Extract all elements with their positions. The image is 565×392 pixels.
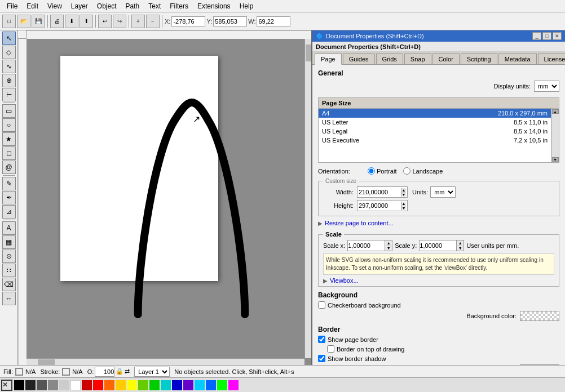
w-input[interactable]: [257, 16, 290, 26]
color-orange[interactable]: [104, 380, 114, 390]
opacity-input[interactable]: [95, 367, 114, 377]
menu-file[interactable]: File: [2, 1, 22, 11]
menu-edit[interactable]: Edit: [22, 1, 43, 11]
color-white[interactable]: [70, 380, 81, 390]
tab-color[interactable]: Color: [432, 54, 460, 64]
print-button[interactable]: 🖨: [50, 15, 64, 28]
color-darkred[interactable]: [82, 380, 92, 390]
zoom-out-button[interactable]: −: [146, 15, 160, 28]
scale-y-down[interactable]: ▼: [456, 246, 464, 251]
dp-close-button[interactable]: ✕: [553, 32, 562, 40]
orientation-portrait[interactable]: Portrait: [368, 167, 396, 175]
tool-gradient[interactable]: ▦: [2, 235, 16, 249]
color-lightgray[interactable]: [59, 380, 69, 390]
page-size-uslegal[interactable]: US Legal 8,5 x 14,0 in: [319, 127, 551, 136]
tab-license[interactable]: License: [538, 54, 565, 64]
menu-filters[interactable]: Filters: [165, 1, 193, 11]
display-units-select[interactable]: mm px in pt cm: [534, 81, 559, 92]
tab-scripting[interactable]: Scripting: [461, 54, 497, 64]
scale-y-up[interactable]: ▲: [456, 240, 464, 246]
tab-page[interactable]: Page: [315, 54, 342, 65]
dp-maximize-button[interactable]: □: [542, 32, 551, 40]
color-yellow[interactable]: [116, 380, 126, 390]
tool-eraser[interactable]: ⌫: [2, 278, 16, 291]
tool-connector[interactable]: ↔: [2, 292, 16, 305]
export-button[interactable]: ⬆: [80, 15, 93, 28]
landscape-radio[interactable]: [403, 167, 410, 175]
canvas-content[interactable]: ↗: [27, 39, 311, 365]
checkerboard-checkbox[interactable]: [318, 301, 325, 309]
color-gray[interactable]: [37, 380, 47, 390]
viewbox-link[interactable]: ▶ Viewbox...: [323, 277, 554, 284]
checkerboard-row[interactable]: Checkerboard background: [318, 301, 559, 309]
layer-select[interactable]: Layer 1: [134, 367, 170, 377]
border-color-swatch[interactable]: [520, 364, 559, 365]
color-cornflower[interactable]: [206, 380, 216, 390]
bg-color-swatch[interactable]: [520, 311, 559, 321]
scale-x-down[interactable]: ▼: [385, 246, 392, 251]
color-teal[interactable]: [161, 380, 171, 390]
v-scrollbar-thumb[interactable]: [306, 44, 311, 61]
height-up-btn[interactable]: ▲: [401, 202, 406, 206]
tool-pencil[interactable]: ✎: [2, 177, 16, 190]
page-size-usletter[interactable]: US Letter 8,5 x 11,0 in: [319, 118, 551, 127]
show-shadow-row[interactable]: Show border shadow: [318, 355, 559, 362]
portrait-radio[interactable]: [368, 167, 375, 175]
tool-measure[interactable]: ⊢: [2, 88, 16, 101]
show-border-row[interactable]: Show page border: [318, 336, 559, 343]
zoom-in-button[interactable]: +: [131, 15, 145, 28]
tab-metadata[interactable]: Metadata: [498, 54, 537, 64]
scale-x-up[interactable]: ▲: [385, 240, 392, 246]
h-scrollbar-thumb[interactable]: [38, 359, 55, 365]
new-button[interactable]: □: [2, 15, 16, 28]
menu-path[interactable]: Path: [121, 1, 144, 11]
tool-dropper[interactable]: ⊙: [2, 250, 16, 263]
color-magenta[interactable]: [228, 380, 239, 390]
menu-extensions[interactable]: Extensions: [193, 1, 235, 11]
page-size-list[interactable]: A4 210,0 x 297,0 mm US Letter 8,5 x 11,0…: [319, 109, 551, 162]
color-purple[interactable]: [183, 380, 193, 390]
color-olive[interactable]: [138, 380, 148, 390]
tab-snap[interactable]: Snap: [404, 54, 431, 64]
tool-select[interactable]: ↖: [2, 32, 16, 45]
border-top-row[interactable]: Border on top of drawing: [318, 345, 559, 353]
tool-node[interactable]: ◇: [2, 46, 16, 59]
tool-pen[interactable]: ✒: [2, 191, 16, 204]
height-down-btn[interactable]: ▼: [401, 206, 406, 210]
tool-spiral[interactable]: @: [2, 161, 16, 174]
menu-object[interactable]: Object: [92, 1, 121, 11]
width-down-btn[interactable]: ▼: [401, 193, 406, 197]
tool-star[interactable]: ★: [2, 132, 16, 146]
show-border-checkbox[interactable]: [318, 336, 325, 343]
color-lime[interactable]: [217, 380, 227, 390]
redo-button[interactable]: ↪: [113, 15, 126, 28]
color-blue[interactable]: [172, 380, 182, 390]
width-up-btn[interactable]: ▲: [401, 188, 406, 193]
save-button[interactable]: 💾: [32, 15, 45, 28]
canvas-area[interactable]: // ticks rendered inline ↗: [18, 30, 311, 365]
y-input[interactable]: [213, 16, 247, 26]
scroll-down-btn[interactable]: ▼: [552, 157, 559, 162]
color-silver[interactable]: [48, 380, 58, 390]
tool-ellipse[interactable]: ○: [2, 118, 16, 132]
no-color-swatch[interactable]: ✕: [1, 380, 12, 391]
height-input[interactable]: [359, 202, 401, 209]
menu-view[interactable]: View: [43, 1, 67, 11]
undo-button[interactable]: ↩: [98, 15, 112, 28]
v-scrollbar[interactable]: [304, 39, 311, 358]
tool-text[interactable]: A: [2, 221, 16, 235]
import-button[interactable]: ⬇: [65, 15, 78, 28]
scale-y-input[interactable]: [420, 240, 456, 251]
menu-text[interactable]: Text: [144, 1, 165, 11]
tool-tweak[interactable]: ∿: [2, 60, 16, 73]
units-select[interactable]: mm px in: [430, 186, 456, 198]
resize-label[interactable]: Resize page to content...: [325, 220, 394, 226]
color-red[interactable]: [93, 380, 103, 390]
tool-calligraphy[interactable]: ⊿: [2, 205, 16, 219]
x-input[interactable]: [171, 16, 205, 26]
page-size-scrollbar[interactable]: ▲ ▼: [551, 109, 559, 162]
tool-zoom[interactable]: ⊕: [2, 74, 16, 87]
dp-minimize-button[interactable]: _: [532, 32, 541, 40]
color-green[interactable]: [149, 380, 160, 390]
tab-grids[interactable]: Grids: [376, 54, 403, 64]
